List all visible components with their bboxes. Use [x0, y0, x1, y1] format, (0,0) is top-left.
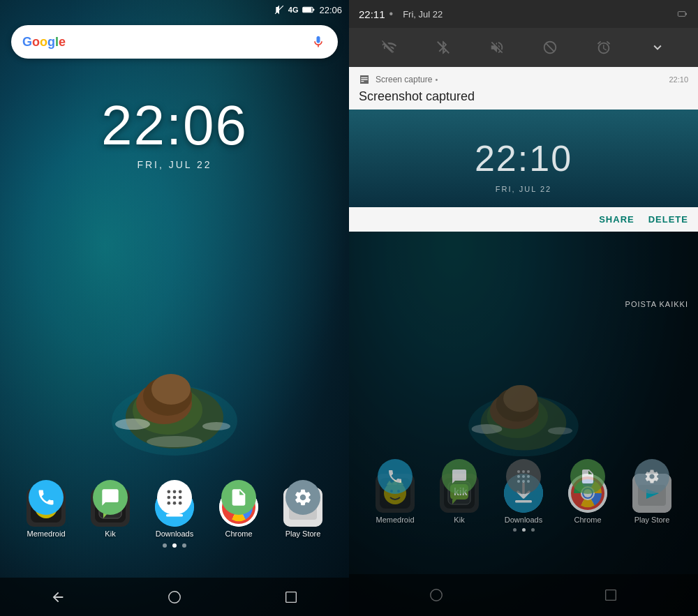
svg-point-81	[527, 470, 530, 473]
svg-point-86	[522, 480, 525, 483]
quick-settings-bar	[349, 28, 698, 67]
preview-clock-date: FRI, JUL 22	[349, 185, 698, 193]
right-status-icons	[677, 8, 688, 20]
svg-point-40	[168, 496, 171, 499]
notif-title: Screenshot captured	[349, 89, 698, 110]
memedroid-label: Memedroid	[27, 529, 65, 538]
right-downloads-label: Downloads	[505, 516, 542, 524]
downloads-label: Downloads	[156, 529, 193, 538]
preview-clock-time: 22:10	[475, 137, 572, 179]
right-playstore-label: Play Store	[634, 516, 670, 524]
svg-rect-57	[685, 13, 687, 15]
status-time-left: 22:06	[319, 5, 342, 15]
svg-point-53	[503, 385, 537, 412]
kik-label: Kik	[105, 529, 115, 538]
svg-point-39	[179, 490, 182, 494]
sound-toggle[interactable]	[487, 38, 507, 57]
right-dot-1	[513, 528, 517, 532]
bluetooth-toggle[interactable]	[433, 38, 453, 57]
clock-date-display: FRI, JUL 22	[0, 159, 349, 170]
right-dot-3	[531, 528, 535, 532]
google-logo: Google	[22, 35, 66, 50]
right-apps-icon	[506, 459, 541, 494]
quick-launch-row	[0, 480, 349, 515]
svg-rect-47	[285, 592, 296, 602]
clear-all-button[interactable]: POISTA KAIKKI	[625, 300, 688, 308]
left-clock: 22:06 FRI, JUL 22	[0, 98, 349, 170]
svg-rect-70	[515, 500, 532, 503]
back-button[interactable]	[43, 583, 73, 612]
svg-point-83	[522, 475, 525, 478]
left-homescreen: 4G 22:06 Google 22:06 FRI, JUL 22	[0, 0, 349, 616]
svg-point-6	[115, 419, 150, 430]
svg-point-37	[168, 490, 171, 494]
right-battery-icon	[677, 8, 688, 20]
svg-point-54	[472, 424, 503, 434]
svg-point-43	[168, 502, 171, 505]
messages-quick-icon[interactable]	[93, 480, 128, 515]
clock-time-display: 22:06	[0, 98, 349, 153]
dot-2	[172, 543, 177, 548]
notif-header: Screen capture • 22:10	[349, 67, 698, 89]
notif-app-name: Screen capture	[376, 75, 432, 84]
expand-quick-settings[interactable]	[648, 38, 667, 57]
dot-3	[182, 543, 186, 548]
apps-quick-icon[interactable]	[157, 480, 192, 515]
right-status-time: 22:11	[359, 8, 385, 20]
dot-1	[163, 543, 167, 548]
mute-icon	[274, 5, 284, 15]
right-status-bar: 22:11 • Fri, Jul 22	[349, 0, 698, 28]
right-notes-icon	[570, 459, 605, 494]
svg-point-80	[522, 470, 525, 473]
recent-button[interactable]	[276, 583, 306, 612]
alarm-toggle[interactable]	[594, 38, 614, 57]
right-phone-icon	[378, 459, 413, 494]
right-homescreen: 22:11 • Fri, Jul 22	[349, 0, 698, 616]
network-indicator: 4G	[288, 6, 299, 14]
svg-point-7	[202, 422, 230, 430]
svg-point-87	[527, 480, 530, 483]
left-status-bar: 4G 22:06	[0, 0, 349, 20]
page-dots	[0, 543, 349, 548]
right-settings-icon	[634, 459, 669, 494]
notif-time-label: 22:10	[669, 75, 688, 84]
notif-actions: SHARE DELETE	[349, 207, 698, 232]
svg-point-79	[517, 470, 520, 473]
share-button[interactable]: SHARE	[599, 214, 634, 225]
chrome-label: Chrome	[225, 529, 252, 538]
svg-point-82	[517, 475, 520, 478]
svg-rect-56	[678, 12, 685, 17]
google-search-bar[interactable]: Google	[11, 25, 338, 59]
notes-quick-icon[interactable]	[221, 480, 256, 515]
dnd-toggle[interactable]	[540, 38, 560, 57]
battery-icon	[302, 6, 315, 14]
screenshot-notification[interactable]: Screen capture • 22:10 Screenshot captur…	[349, 67, 698, 232]
svg-point-8	[147, 436, 202, 447]
svg-point-46	[169, 591, 181, 603]
svg-point-84	[527, 475, 530, 478]
right-dot-2	[522, 528, 526, 532]
screenshot-preview[interactable]: 22:10 FRI, JUL 22	[349, 110, 698, 207]
svg-point-41	[173, 496, 177, 499]
wifi-toggle[interactable]	[380, 38, 399, 57]
right-quick-launch	[349, 459, 698, 494]
svg-point-85	[517, 480, 520, 483]
home-button[interactable]	[160, 583, 189, 612]
right-memedroid-label: Memedroid	[376, 516, 414, 524]
left-nav-bar	[0, 578, 349, 616]
svg-rect-11	[304, 8, 311, 12]
phone-quick-icon[interactable]	[29, 480, 64, 515]
right-chrome-label: Chrome	[574, 516, 601, 524]
svg-point-38	[173, 490, 177, 494]
mic-icon[interactable]	[310, 33, 327, 50]
svg-point-42	[179, 496, 182, 499]
notification-panel: 22:11 • Fri, Jul 22	[349, 0, 698, 232]
island-graphic	[112, 351, 237, 463]
right-status-date: Fri, Jul 22	[403, 9, 443, 20]
delete-button[interactable]: DELETE	[648, 214, 688, 225]
settings-quick-icon[interactable]	[285, 480, 320, 515]
svg-point-45	[179, 502, 182, 505]
svg-rect-12	[313, 9, 314, 11]
svg-point-44	[173, 502, 177, 505]
right-page-dots	[349, 528, 698, 532]
